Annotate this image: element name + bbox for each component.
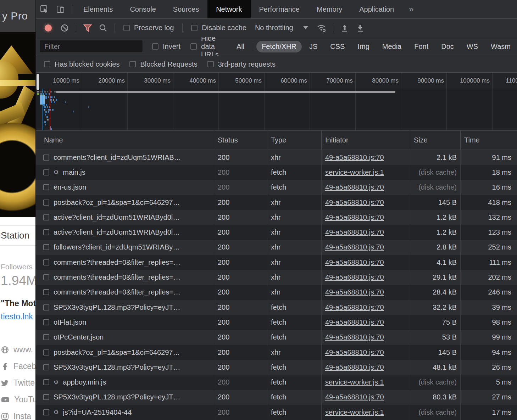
table-row[interactable]: otPcCenter.json200fetch49-a5a68810.js:70… <box>36 330 517 345</box>
device-toolbar-icon[interactable] <box>52 0 69 18</box>
row-checkbox[interactable] <box>43 169 49 175</box>
filter-input[interactable] <box>40 40 143 53</box>
tab-application[interactable]: Application <box>351 0 402 18</box>
overview-scrollbar-handle[interactable] <box>37 74 39 90</box>
row-checkbox[interactable] <box>43 409 49 415</box>
column-header-type[interactable]: Type <box>267 131 322 150</box>
type-filter-css[interactable]: CSS <box>325 41 350 52</box>
checkbox[interactable] <box>207 61 214 67</box>
tab-network[interactable]: Network <box>207 0 250 18</box>
initiator-link[interactable]: service-worker.js:1 <box>325 168 384 177</box>
table-row[interactable]: ⚙appboy.min.js200fetchservice-worker.js:… <box>36 375 517 390</box>
table-row[interactable]: ⚙js?id=UA-2519404-44200fetchservice-work… <box>36 405 517 420</box>
type-filter-font[interactable]: Font <box>409 41 434 52</box>
table-row[interactable]: followers?client_id=zdUqm51WRIABy…200xhr… <box>36 240 517 255</box>
initiator-link[interactable]: 49-a5a68810.js:70 <box>325 348 384 357</box>
initiator-link[interactable]: 49-a5a68810.js:70 <box>325 153 384 162</box>
initiator-link[interactable]: 49-a5a68810.js:70 <box>325 288 384 296</box>
type-filter-media[interactable]: Media <box>377 41 407 52</box>
row-checkbox[interactable] <box>43 364 49 370</box>
tab-elements[interactable]: Elements <box>75 0 121 18</box>
row-checkbox[interactable] <box>43 229 49 235</box>
initiator-link[interactable]: 49-a5a68810.js:70 <box>325 273 384 281</box>
export-har-icon[interactable] <box>352 21 368 35</box>
initiator-link[interactable]: 49-a5a68810.js:70 <box>325 243 384 251</box>
disable-cache-checkbox[interactable] <box>191 25 198 31</box>
initiator-link[interactable]: 49-a5a68810.js:70 <box>325 258 384 267</box>
table-row[interactable]: SP5X3v3tyqPL.128.mp3?Policy=eyJT…200fetc… <box>36 300 517 315</box>
initiator-link[interactable]: 49-a5a68810.js:70 <box>325 183 384 191</box>
row-checkbox[interactable] <box>43 244 49 250</box>
tab-performance[interactable]: Performance <box>251 0 308 18</box>
row-checkbox[interactable] <box>43 214 49 220</box>
row-checkbox[interactable] <box>43 334 49 340</box>
table-row[interactable]: comments?threaded=0&filter_replies=…200x… <box>36 285 517 300</box>
filter-toggle-blocked-requests[interactable]: Blocked Requests <box>129 60 197 68</box>
row-checkbox[interactable] <box>43 394 49 400</box>
disable-cache-toggle[interactable]: Disable cache <box>191 24 246 32</box>
more-tabs-icon[interactable]: » <box>402 0 420 18</box>
row-checkbox[interactable] <box>43 155 49 161</box>
row-checkbox[interactable] <box>43 259 49 265</box>
social-link-youtube[interactable]: YouTu <box>0 391 35 408</box>
hide-data-urls-checkbox[interactable] <box>190 43 197 50</box>
initiator-link[interactable]: service-worker.js:1 <box>325 378 384 386</box>
type-filter-all[interactable]: All <box>231 41 250 52</box>
social-link-instagram[interactable]: Insta <box>0 408 35 420</box>
table-row[interactable]: SP5X3v3tyqPL.128.mp3?Policy=eyJT…200fetc… <box>36 360 517 375</box>
preserve-log-toggle[interactable]: Preserve log <box>123 24 174 32</box>
table-row[interactable]: postback?oz_pl=1&spa=1&ci=646297…200xhr4… <box>36 345 517 360</box>
filter-toggle-3rd-party-requests[interactable]: 3rd-party requests <box>207 60 276 68</box>
initiator-link[interactable]: 49-a5a68810.js:70 <box>325 198 384 207</box>
hide-data-urls-toggle[interactable]: Hide data URLs <box>190 37 223 56</box>
initiator-link[interactable]: 49-a5a68810.js:70 <box>325 318 384 326</box>
preserve-log-checkbox[interactable] <box>123 25 130 31</box>
initiator-link[interactable]: 49-a5a68810.js:70 <box>325 393 384 401</box>
initiator-link[interactable]: 49-a5a68810.js:70 <box>325 303 384 312</box>
row-checkbox[interactable] <box>43 184 49 190</box>
initiator-link[interactable]: 49-a5a68810.js:70 <box>325 333 384 341</box>
social-link-twitter[interactable]: Twitte <box>0 375 35 391</box>
row-checkbox[interactable] <box>43 289 49 295</box>
row-checkbox[interactable] <box>43 200 49 206</box>
row-checkbox[interactable] <box>43 349 49 355</box>
tab-sources[interactable]: Sources <box>165 0 207 18</box>
social-link-facebook[interactable]: Faceb <box>0 358 35 375</box>
column-header-name[interactable]: Name <box>36 131 214 150</box>
table-row[interactable]: active?client_id=zdUqm51WRIAByd0l…200xhr… <box>36 210 517 225</box>
import-har-icon[interactable] <box>337 21 352 35</box>
type-filter-doc[interactable]: Doc <box>436 41 459 52</box>
table-row[interactable]: active?client_id=zdUqm51WRIAByd0l…200xhr… <box>36 225 517 240</box>
row-checkbox[interactable] <box>43 379 49 385</box>
row-checkbox[interactable] <box>43 274 49 280</box>
table-row[interactable]: otFlat.json200fetch49-a5a68810.js:7075 B… <box>36 315 517 330</box>
throttling-select[interactable]: No throttling <box>255 24 308 32</box>
invert-checkbox[interactable] <box>152 43 159 50</box>
network-conditions-icon[interactable] <box>314 21 329 35</box>
search-icon[interactable] <box>95 21 111 35</box>
initiator-link[interactable]: 49-a5a68810.js:70 <box>325 213 384 222</box>
tab-memory[interactable]: Memory <box>308 0 351 18</box>
column-header-size[interactable]: Size <box>410 131 461 150</box>
table-row[interactable]: comments?threaded=0&filter_replies=…200x… <box>36 255 517 270</box>
network-overview[interactable]: 10000 ms20000 ms30000 ms40000 ms50000 ms… <box>36 73 517 131</box>
type-filter-ws[interactable]: WS <box>461 41 483 52</box>
row-checkbox[interactable] <box>43 319 49 325</box>
record-network-log-icon[interactable] <box>45 24 52 32</box>
table-row[interactable]: en-us.json200fetch49-a5a68810.js:70(disk… <box>36 180 517 195</box>
filter-toggle-has-blocked-cookies[interactable]: Has blocked cookies <box>44 60 119 68</box>
inspect-element-icon[interactable] <box>36 0 52 18</box>
type-filter-img[interactable]: Img <box>352 41 374 52</box>
column-header-status[interactable]: Status <box>214 131 267 150</box>
type-filter-wasm[interactable]: Wasm <box>485 41 516 52</box>
column-header-time[interactable]: Time <box>461 131 517 150</box>
checkbox[interactable] <box>129 61 136 67</box>
clear-network-log-icon[interactable] <box>57 21 72 35</box>
checkbox[interactable] <box>44 61 50 67</box>
tab-console[interactable]: Console <box>121 0 164 18</box>
table-row[interactable]: comments?threaded=0&filter_replies=…200x… <box>36 270 517 285</box>
social-link-globe[interactable]: www. <box>0 341 35 358</box>
table-row[interactable]: postback?oz_pl=1&spa=1&ci=646297…200xhr4… <box>36 195 517 210</box>
initiator-link[interactable]: service-worker.js:1 <box>325 408 384 416</box>
initiator-link[interactable]: 49-a5a68810.js:70 <box>325 363 384 371</box>
